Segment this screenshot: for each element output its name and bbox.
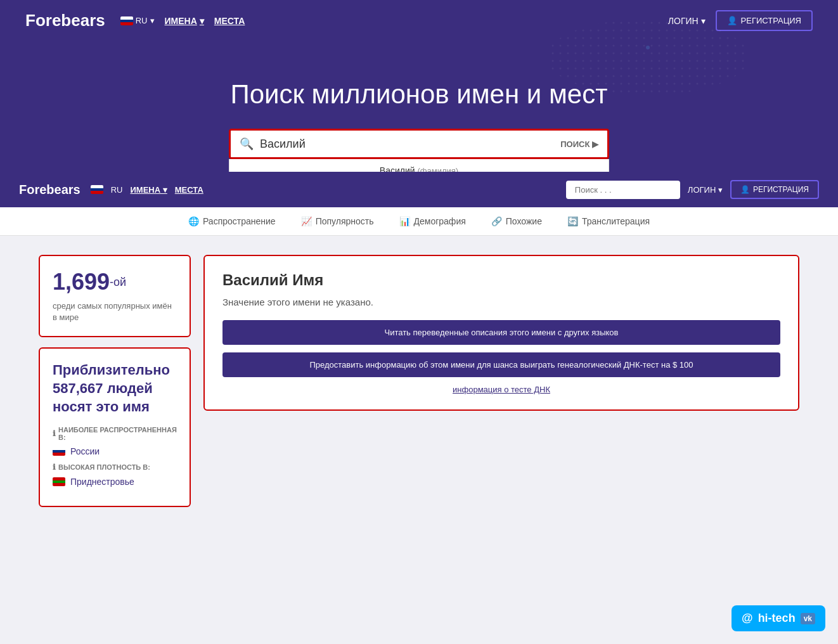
bar-chart-icon: 📊: [399, 216, 410, 226]
info-card-title: Василий Имя: [222, 271, 780, 289]
right-column: Василий Имя Значение этого имени не указ…: [203, 255, 799, 507]
chart-line-icon: 📈: [301, 216, 312, 226]
user-icon-second: 👤: [740, 185, 750, 194]
flag-russia: [120, 16, 133, 25]
nav-places-label: МЕСТА: [214, 16, 245, 26]
population-card: Приблизительно 587,667 людей носят это и…: [39, 347, 191, 507]
chevron-down-icon: ▾: [150, 16, 155, 25]
translate-icon: 🔄: [567, 216, 578, 226]
russia-flag: [53, 447, 65, 456]
login-button[interactable]: ЛОГИН ▾: [668, 16, 706, 26]
pmr-flag: [53, 477, 65, 486]
second-nav-items: RU ИМЕНА ▾ МЕСТА: [91, 185, 203, 195]
user-icon: 👤: [727, 16, 737, 25]
register-label: РЕГИСТРАЦИЯ: [741, 16, 801, 25]
info-icon: ℹ: [53, 463, 56, 472]
register-button[interactable]: 👤 РЕГИСТРАЦИЯ: [716, 10, 813, 31]
tab-similar-label: Похожие: [506, 216, 542, 226]
hero-content: Поиск миллионов имен и мест 🔍 ПОИСК ▶ Ва…: [0, 41, 838, 172]
population-number: Приблизительно 587,667 людей носят это и…: [53, 361, 177, 416]
left-column: 1,699-ой среди самых популярных имён в м…: [39, 255, 191, 507]
autocomplete-name: Василий: [380, 165, 418, 172]
second-nav-search: ЛОГИН ▾ 👤 РЕГИСТРАЦИЯ: [566, 180, 819, 199]
rank-value: 1,699: [53, 269, 110, 295]
high-density-section: ℹ ВЫСОКАЯ ПЛОТНОСТЬ В: Приднестровье: [53, 463, 177, 487]
search-box: 🔍 ПОИСК ▶: [229, 129, 609, 159]
search-icon: 🔍: [240, 137, 254, 151]
search-container: 🔍 ПОИСК ▶ Василий (фамилия) Василийская …: [229, 129, 609, 159]
read-translations-button[interactable]: Читать переведенные описания этого имени…: [222, 320, 780, 345]
tab-distribution[interactable]: 🌐 Распространение: [188, 216, 276, 226]
tab-distribution-label: Распространение: [203, 216, 276, 226]
autocomplete-item[interactable]: Василий (фамилия): [229, 159, 609, 172]
second-login-label: ЛОГИН ▾: [688, 185, 723, 195]
chevron-down-icon: ▾: [200, 16, 204, 26]
tab-popularity[interactable]: 📈 Популярность: [301, 216, 374, 226]
tab-demography-label: Демография: [414, 216, 466, 226]
rank-number: 1,699-ой: [53, 269, 177, 295]
main-content: 1,699-ой среди самых популярных имён в м…: [0, 236, 838, 526]
rank-description: среди самых популярных имён в мире: [53, 300, 177, 323]
high-density-country: Приднестровье: [53, 477, 177, 487]
tabs-bar: 🌐 Распространение 📈 Популярность 📊 Демог…: [0, 207, 838, 236]
second-search-input[interactable]: [566, 181, 680, 199]
tab-similar[interactable]: 🔗 Похожие: [491, 216, 542, 226]
high-density-label: ℹ ВЫСОКАЯ ПЛОТНОСТЬ В:: [53, 463, 177, 472]
nav-names-label: ИМЕНА: [165, 16, 197, 26]
tab-transliteration-label: Транслитерация: [582, 216, 650, 226]
hero-section: Forebears RU ▾ ИМЕНА ▾ МЕСТА ЛОГИН ▾ 👤 Р…: [0, 0, 838, 172]
nav-places-label-second: МЕСТА: [175, 185, 203, 195]
language-label: RU: [136, 16, 148, 25]
rank-card: 1,699-ой среди самых популярных имён в м…: [39, 255, 191, 337]
second-login-button[interactable]: ЛОГИН ▾: [688, 185, 723, 195]
link-icon: 🔗: [491, 216, 502, 226]
tab-transliteration[interactable]: 🔄 Транслитерация: [567, 216, 650, 226]
second-register-label: РЕГИСТРАЦИЯ: [753, 185, 809, 194]
second-nav-logo[interactable]: Forebears: [19, 183, 81, 197]
tab-demography[interactable]: 📊 Демография: [399, 216, 466, 226]
rank-suffix: -ой: [110, 276, 126, 288]
autocomplete-type: (фамилия): [417, 166, 458, 172]
nav-names-label-second: ИМЕНА ▾: [131, 185, 167, 195]
info-icon: ℹ: [53, 429, 56, 438]
content-grid: 1,699-ой среди самых популярных имён в м…: [39, 255, 799, 507]
hero-title: Поиск миллионов имен и мест: [25, 79, 813, 110]
search-button[interactable]: ПОИСК ▶: [560, 139, 598, 149]
search-button-label: ПОИСК ▶: [560, 139, 598, 149]
second-nav: Forebears RU ИМЕНА ▾ МЕСТА ЛОГИН ▾ 👤 РЕГ…: [0, 172, 838, 207]
autocomplete-dropdown: Василий (фамилия) Василийская (фамилия) …: [229, 159, 609, 172]
provide-info-button[interactable]: Предоставить информацию об этом имени дл…: [222, 352, 780, 377]
most-common-label: ℹ НАИБОЛЕЕ РАСПРОСТРАНЕННАЯ В:: [53, 426, 177, 441]
nav-names-second[interactable]: ИМЕНА ▾: [131, 185, 167, 195]
second-register-button[interactable]: 👤 РЕГИСТРАЦИЯ: [730, 180, 819, 199]
info-card: Василий Имя Значение этого имени не указ…: [203, 255, 799, 411]
lang-label-second: RU: [111, 185, 123, 195]
most-common-country: России: [53, 446, 177, 456]
globe-icon: 🌐: [188, 216, 199, 226]
most-common-section: ℹ НАИБОЛЕЕ РАСПРОСТРАНЕННАЯ В: России: [53, 426, 177, 456]
language-selector[interactable]: RU ▾: [120, 16, 155, 25]
hero-logo[interactable]: Forebears: [25, 11, 105, 30]
search-input[interactable]: [260, 138, 560, 151]
hero-nav-items: RU ▾ ИМЕНА ▾ МЕСТА: [120, 16, 668, 26]
nav-places[interactable]: МЕСТА: [214, 16, 245, 26]
hero-nav-right: ЛОГИН ▾ 👤 РЕГИСТРАЦИЯ: [668, 10, 813, 31]
info-card-description: Значение этого имени не указано.: [222, 297, 780, 307]
nav-places-second[interactable]: МЕСТА: [175, 185, 203, 195]
flag-russia-small: [91, 185, 103, 194]
hero-nav: Forebears RU ▾ ИМЕНА ▾ МЕСТА ЛОГИН ▾ 👤 Р…: [0, 0, 838, 41]
login-label: ЛОГИН ▾: [668, 16, 706, 26]
nav-names[interactable]: ИМЕНА ▾: [165, 16, 204, 26]
dna-info-link[interactable]: информация о тесте ДНК: [222, 385, 780, 394]
tab-popularity-label: Популярность: [316, 216, 374, 226]
